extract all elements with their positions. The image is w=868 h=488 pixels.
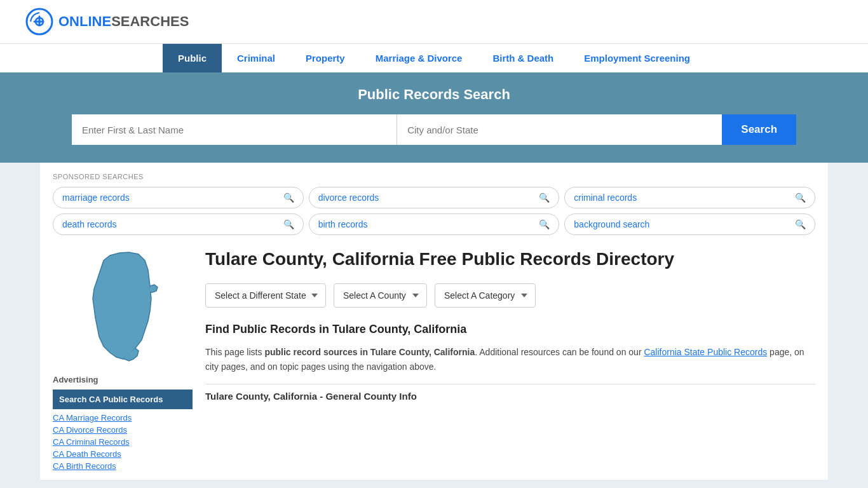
sidebar-link-divorce[interactable]: CA Divorce Records [53,425,193,435]
ad-highlight[interactable]: Search CA Public Records [53,390,193,409]
tag-background-label: background search [574,219,649,229]
nav-item-criminal[interactable]: Criminal [222,44,290,72]
desc-start: This page lists [205,347,264,357]
tag-marriage-label: marriage records [62,193,130,203]
tag-divorce-label: divorce records [318,193,379,203]
tag-divorce-records[interactable]: divorce records 🔍 [309,187,560,208]
sidebar: Advertising Search CA Public Records CA … [53,248,193,473]
sidebar-link-marriage[interactable]: CA Marriage Records [53,413,193,423]
nav-item-public[interactable]: Public [163,44,222,72]
tag-background-search[interactable]: background search 🔍 [564,214,815,235]
desc-mid: . Additional resources can be found on o… [475,347,644,357]
tag-death-label: death records [62,219,117,229]
california-map [81,248,164,362]
sidebar-link-criminal[interactable]: CA Criminal Records [53,437,193,447]
general-info-title: Tulare County, California - General Coun… [205,384,815,408]
search-tags-grid: marriage records 🔍 divorce records 🔍 cri… [53,187,815,235]
search-icon-criminal: 🔍 [795,193,806,203]
desc-bold: public record sources in Tulare County, … [264,347,475,357]
logo-searches-text: SEARCHES [111,13,189,29]
search-banner-title: Public Records Search [25,86,843,103]
tag-marriage-records[interactable]: marriage records 🔍 [53,187,304,208]
tag-birth-records[interactable]: birth records 🔍 [309,214,560,235]
main-wrapper: SPONSORED SEARCHES marriage records 🔍 di… [40,163,828,480]
sponsored-label: SPONSORED SEARCHES [53,173,815,180]
tag-criminal-label: criminal records [574,193,637,203]
content-body: Advertising Search CA Public Records CA … [40,241,828,480]
main-content: Tulare County, California Free Public Re… [205,248,815,473]
sponsored-section: SPONSORED SEARCHES marriage records 🔍 di… [40,163,828,241]
sidebar-link-death[interactable]: CA Death Records [53,449,193,459]
county-title: Tulare County, California Free Public Re… [205,248,815,271]
dropdowns-row: Select a Different State Select A County… [205,283,815,308]
ca-state-link[interactable]: California State Public Records [644,347,767,357]
location-input[interactable] [397,114,722,145]
search-banner: Public Records Search Search [0,72,868,163]
search-icon-marriage: 🔍 [283,193,294,203]
name-input[interactable] [72,114,397,145]
state-dropdown[interactable]: Select a Different State [205,283,326,308]
description-text: This page lists public record sources in… [205,345,815,374]
tag-criminal-records[interactable]: criminal records 🔍 [564,187,815,208]
tag-death-records[interactable]: death records 🔍 [53,214,304,235]
site-header: ONLINESEARCHES [0,0,868,43]
county-dropdown[interactable]: Select A County [334,283,427,308]
search-button[interactable]: Search [722,114,796,145]
logo-online-text: ONLINE [58,13,111,29]
find-records-title: Find Public Records in Tulare County, Ca… [205,323,815,336]
logo[interactable]: ONLINESEARCHES [25,8,189,36]
logo-icon [25,8,53,36]
nav-item-property[interactable]: Property [290,44,360,72]
search-form: Search [72,114,796,145]
tag-birth-label: birth records [318,219,368,229]
nav-item-marriage-divorce[interactable]: Marriage & Divorce [360,44,478,72]
search-icon-death: 🔍 [283,219,294,229]
advertising-label: Advertising [53,375,193,384]
search-icon-birth: 🔍 [539,219,550,229]
category-dropdown[interactable]: Select A Category [435,283,536,308]
search-icon-divorce: 🔍 [539,193,550,203]
sidebar-link-birth[interactable]: CA Birth Records [53,461,193,471]
main-nav: Public Criminal Property Marriage & Divo… [0,43,868,72]
search-icon-background: 🔍 [795,219,806,229]
nav-item-birth-death[interactable]: Birth & Death [477,44,569,72]
nav-item-employment[interactable]: Employment Screening [569,44,705,72]
